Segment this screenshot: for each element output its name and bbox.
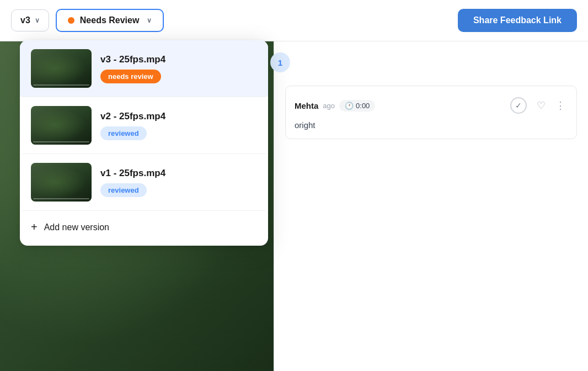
right-panel: Mehta ago 🕐 0:00 ✓ ♡ ⋮ [274,41,588,371]
plus-icon: + [31,221,38,234]
version-selector-button[interactable]: v3 ∨ [11,9,49,31]
header-bar: v3 ∨ Needs Review ∨ Share Feedback Link [0,0,588,41]
status-selector-button[interactable]: Needs Review ∨ [56,9,164,32]
version-info-v3: v3 - 25fps.mp4 needs review [100,54,257,83]
version-label: v3 [20,15,30,25]
more-options-button[interactable]: ⋮ [553,97,568,114]
status-label: Needs Review [80,15,140,25]
version-item-v1[interactable]: v1 - 25fps.mp4 reviewed [20,154,268,210]
notification-badge: 1 [270,52,290,72]
status-dot-icon [68,17,74,24]
add-version-label: Add new version [44,222,109,232]
timestamp-value: 0:00 [356,102,370,110]
version-item-v3[interactable]: v3 - 25fps.mp4 needs review [20,40,268,97]
version-badge-v2: reviewed [100,126,147,140]
version-item-v2[interactable]: v2 - 25fps.mp4 reviewed [20,97,268,153]
comment-actions: ✓ ♡ ⋮ [508,95,568,116]
version-thumbnail-v1 [31,163,92,202]
status-chevron-icon: ∨ [147,17,152,24]
version-thumbnail-v2 [31,106,92,145]
comment-time: ago [323,102,335,110]
version-name-v1: v1 - 25fps.mp4 [100,168,257,179]
heart-icon: ♡ [537,99,546,112]
more-icon: ⋮ [555,99,565,112]
version-name-v3: v3 - 25fps.mp4 [100,54,257,65]
like-button[interactable]: ♡ [534,97,548,114]
comment-text: oright [295,120,568,130]
version-badge-v1: reviewed [100,183,147,197]
version-chevron-icon: ∨ [35,17,40,24]
share-button-label: Share Feedback Link [473,15,562,25]
version-badge-v3: needs review [100,70,161,83]
check-circle-icon: ✓ [510,97,527,114]
version-dropdown: v3 - 25fps.mp4 needs review v2 - 25fps.m… [20,40,268,246]
comment-card: Mehta ago 🕐 0:00 ✓ ♡ ⋮ [285,86,577,139]
comment-timestamp: 🕐 0:00 [339,100,375,112]
check-icon: ✓ [515,101,522,110]
comment-header: Mehta ago 🕐 0:00 ✓ ♡ ⋮ [295,95,568,116]
comment-author: Mehta [295,101,318,110]
version-info-v1: v1 - 25fps.mp4 reviewed [100,168,257,197]
version-info-v2: v2 - 25fps.mp4 reviewed [100,111,257,140]
notification-count: 1 [278,58,282,67]
clock-icon: 🕐 [345,102,354,110]
version-name-v2: v2 - 25fps.mp4 [100,111,257,122]
resolve-button[interactable]: ✓ [508,95,529,116]
version-thumbnail-v3 [31,49,92,88]
add-version-button[interactable]: + Add new version [20,211,268,243]
share-feedback-link-button[interactable]: Share Feedback Link [458,9,577,32]
